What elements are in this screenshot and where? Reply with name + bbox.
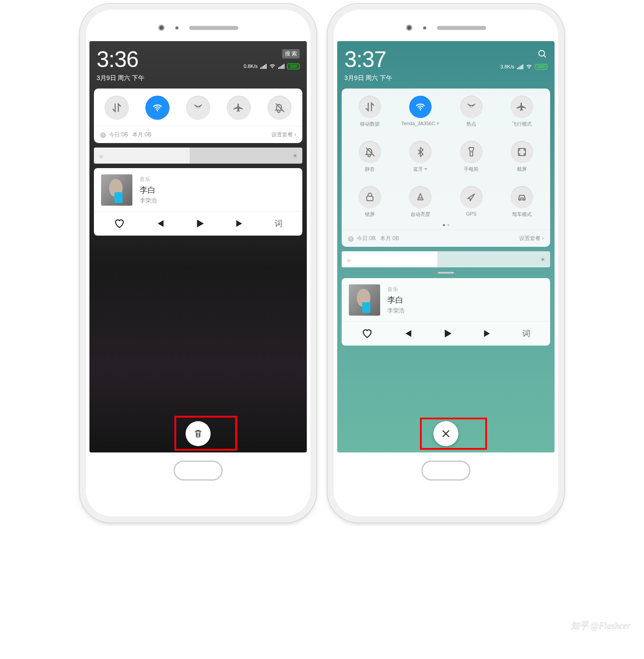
- music-notification[interactable]: 音乐 李白 李荣浩 词: [94, 168, 302, 236]
- toggle-autobright[interactable]: [409, 186, 432, 208]
- toggle-wifi[interactable]: [145, 96, 169, 120]
- toggle-label[interactable]: 蓝牙: [413, 166, 428, 173]
- toggle-bluetooth[interactable]: [409, 141, 432, 163]
- toggle-mute[interactable]: [267, 96, 292, 120]
- previous-button[interactable]: [402, 328, 413, 339]
- album-art: [101, 174, 132, 206]
- clock-time: 3:36: [97, 46, 144, 72]
- battery-indicator: 100: [287, 63, 300, 69]
- quick-toggles-panel-expanded: 移动数据 Tenda_3A356C 热点 飞行模式 静音 蓝牙 手电筒 截屏 锁…: [342, 89, 550, 247]
- wifi-status-icon: [269, 63, 275, 69]
- next-button[interactable]: [234, 218, 246, 229]
- lyrics-button[interactable]: 词: [275, 218, 283, 229]
- data-today: 今日:0B: [357, 235, 376, 241]
- toggle-label: 锁屏: [365, 211, 375, 218]
- toggle-label: 热点: [466, 121, 476, 127]
- signal-icon: [517, 64, 523, 69]
- music-source: 音乐: [140, 176, 157, 183]
- chevron-down-icon: [436, 123, 440, 125]
- toggle-label[interactable]: Tenda_3A356C: [401, 121, 440, 126]
- toggle-airplane[interactable]: [511, 96, 533, 118]
- highlight-annotation: [174, 416, 237, 451]
- play-button[interactable]: [442, 328, 453, 339]
- toggle-label: 静音: [365, 166, 375, 173]
- speaker-bar: [337, 14, 555, 41]
- data-month: 本月:0B: [380, 235, 399, 241]
- toggle-hotspot[interactable]: [186, 96, 210, 120]
- signal-icon-2: [278, 64, 284, 69]
- net-speed: 0.8K/s: [244, 63, 258, 69]
- toggle-mobile-data[interactable]: [359, 96, 381, 118]
- help-icon[interactable]: ?: [100, 132, 106, 138]
- toggle-airplane[interactable]: [227, 96, 251, 120]
- wifi-status-icon: [526, 63, 532, 70]
- music-notification[interactable]: 音乐 李白 李荣浩 词: [342, 278, 550, 346]
- drag-handle[interactable]: [438, 272, 454, 274]
- help-icon[interactable]: ?: [348, 236, 354, 242]
- favorite-button[interactable]: [114, 218, 125, 229]
- clock-time: 3:37: [344, 46, 392, 72]
- brightness-high-icon: ☀: [540, 256, 546, 263]
- toggle-gps[interactable]: [460, 186, 483, 208]
- toggle-lock[interactable]: [359, 186, 381, 208]
- toggle-label: GPS: [466, 211, 476, 216]
- status-bar-indicators: 0.8K/s 100: [244, 63, 300, 69]
- home-button[interactable]: [174, 460, 223, 481]
- toggle-drive[interactable]: [511, 186, 533, 208]
- favorite-button[interactable]: [361, 328, 373, 339]
- brightness-low-icon: ☼: [98, 152, 104, 159]
- next-button[interactable]: [482, 328, 494, 339]
- music-title: 李白: [140, 185, 157, 195]
- phone-left: 3:36 3月9日 周六 下午 搜 索 0.8K/s 100: [80, 4, 317, 523]
- net-speed: 3.8K/s: [500, 64, 514, 69]
- music-title: 李白: [387, 295, 405, 305]
- toggle-screenshot[interactable]: [511, 141, 533, 163]
- album-art: [349, 284, 380, 316]
- brightness-slider[interactable]: ☼ ☀: [342, 251, 550, 267]
- data-today: 今日:0B: [109, 131, 128, 138]
- date-line: 3月9日 周六 下午: [344, 74, 392, 82]
- battery-indicator: 100: [535, 64, 547, 70]
- data-month: 本月:0B: [132, 131, 151, 138]
- toggle-wifi[interactable]: [409, 96, 432, 118]
- brightness-high-icon: ☀: [292, 152, 298, 159]
- brightness-slider[interactable]: ☼ ☀: [94, 148, 302, 164]
- plan-settings-link[interactable]: 设置套餐 ›: [271, 131, 296, 139]
- music-source: 音乐: [387, 286, 405, 293]
- page-indicator: [342, 224, 550, 230]
- toggle-label: 移动数据: [360, 121, 380, 127]
- toggle-hotspot[interactable]: [460, 96, 483, 118]
- search-button[interactable]: 搜 索: [282, 49, 300, 59]
- signal-icon: [260, 64, 267, 69]
- chevron-down-icon: [424, 168, 428, 170]
- play-button[interactable]: [194, 218, 206, 229]
- brightness-low-icon: ☼: [346, 256, 352, 263]
- toggle-label: 手电筒: [464, 166, 479, 173]
- music-artist: 李荣浩: [140, 197, 157, 205]
- date-line: 3月9日 周六 下午: [97, 74, 144, 82]
- lyrics-button[interactable]: 词: [522, 328, 530, 339]
- notification-shade-expanded: 3:37 3月9日 周六 下午 3.8K/s 100 移动数据 Tend: [337, 41, 555, 452]
- plan-settings-link[interactable]: 设置套餐 ›: [519, 235, 544, 242]
- phone-right: 3:37 3月9日 周六 下午 3.8K/s 100 移动数据 Tend: [327, 4, 564, 523]
- speaker-bar: [89, 14, 307, 41]
- quick-toggles-panel: ? 今日:0B 本月:0B 设置套餐 ›: [94, 89, 302, 143]
- toggle-mute[interactable]: [359, 141, 381, 163]
- status-bar-indicators: 3.8K/s 100: [500, 63, 547, 70]
- notification-shade-collapsed: 3:36 3月9日 周六 下午 搜 索 0.8K/s 100: [89, 41, 307, 452]
- toggle-label: 自动亮度: [411, 211, 430, 218]
- toggle-label: 截屏: [517, 166, 527, 173]
- search-icon[interactable]: [538, 49, 547, 59]
- music-artist: 李荣浩: [387, 307, 405, 315]
- home-button[interactable]: [421, 460, 470, 481]
- toggle-label: 飞行模式: [512, 121, 532, 127]
- toggle-flashlight[interactable]: [460, 141, 483, 163]
- toggle-label: 驾车模式: [512, 211, 532, 218]
- toggle-mobile-data[interactable]: [105, 96, 129, 120]
- previous-button[interactable]: [154, 218, 165, 229]
- highlight-annotation: [420, 418, 487, 450]
